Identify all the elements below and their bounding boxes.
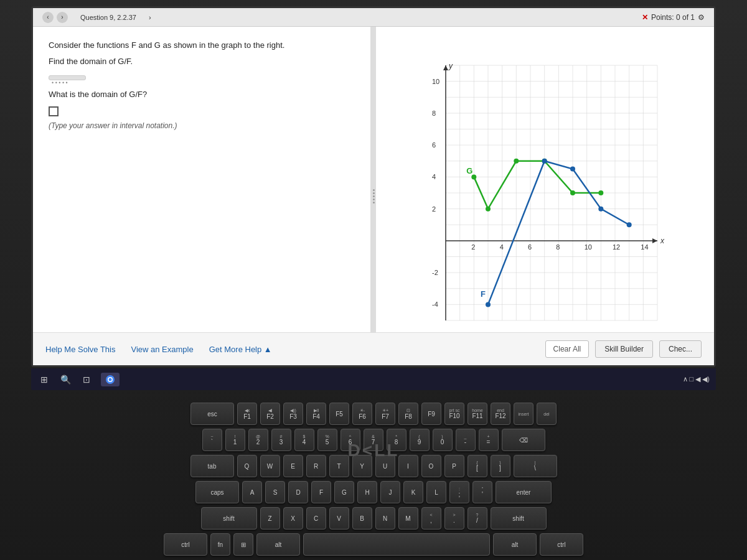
key-ctrl-l[interactable]: ctrl <box>164 533 207 556</box>
key-m[interactable]: M <box>398 507 418 530</box>
key-k[interactable]: K <box>403 481 423 503</box>
key-ctrl-r[interactable]: ctrl <box>540 533 583 556</box>
key-l[interactable]: L <box>426 481 446 503</box>
key-f[interactable]: F <box>311 481 331 503</box>
skill-builder-button[interactable]: Skill Builder <box>595 340 653 358</box>
key-caps[interactable]: caps <box>195 481 239 503</box>
key-tab[interactable]: tab <box>190 455 234 477</box>
key-g[interactable]: G <box>334 481 354 503</box>
answer-checkbox[interactable] <box>49 106 59 116</box>
clear-all-button[interactable]: Clear All <box>545 340 590 358</box>
points-label: Points: 0 of 1 <box>651 13 695 22</box>
main-content: Consider the functions F and G as shown … <box>33 27 714 365</box>
key-backspace[interactable]: ⌫ <box>502 429 545 451</box>
key-c[interactable]: C <box>306 507 326 530</box>
key-f9[interactable]: F9 <box>421 403 441 425</box>
key-0[interactable]: )0 <box>433 429 453 451</box>
laptop-shell: ‹ › Question 9, 2.2.37 › ✕ Points: 0 of … <box>0 0 747 560</box>
key-period[interactable]: >. <box>444 507 464 530</box>
key-i[interactable]: I <box>398 455 418 477</box>
key-win[interactable]: ⊞ <box>233 533 253 556</box>
key-f5[interactable]: F5 <box>329 403 349 425</box>
get-more-help-link[interactable]: Get More Help ▲ <box>209 345 272 354</box>
key-alt-r[interactable]: alt <box>493 533 537 556</box>
key-backslash[interactable]: |\ <box>514 455 557 477</box>
keyboard-area: esc ◀xF1 ◀IF2 ◀))F3 ▶IIF4 F5 ☀-F6 ☀+F7 ⊡… <box>31 403 716 556</box>
key-j[interactable]: J <box>380 481 400 503</box>
key-slash[interactable]: ?/ <box>467 507 487 530</box>
keyboard-row-fn: esc ◀xF1 ◀IF2 ◀))F3 ▶IIF4 F5 ☀-F6 ☀+F7 ⊡… <box>190 403 557 425</box>
windows-icon[interactable]: ⊞ <box>37 373 51 386</box>
keyboard-row-zxcv: shift Z X C V B N M <, >. ?/ shift <box>201 507 547 530</box>
back-arrow[interactable]: ‹ <box>42 12 54 23</box>
view-example-link[interactable]: View an Example <box>131 345 193 354</box>
chrome-icon[interactable] <box>101 373 120 386</box>
key-f11[interactable]: homeF11 <box>467 403 487 425</box>
key-o[interactable]: O <box>421 455 441 477</box>
key-w[interactable]: W <box>260 455 280 477</box>
key-f3[interactable]: ◀))F3 <box>283 403 303 425</box>
key-f10[interactable]: prt scF10 <box>444 403 464 425</box>
help-solve-link[interactable]: Help Me Solve This <box>45 345 115 354</box>
key-space[interactable] <box>303 533 490 556</box>
key-a[interactable]: A <box>242 481 262 503</box>
key-1[interactable]: !1 <box>225 429 245 451</box>
key-f4[interactable]: ▶IIF4 <box>306 403 326 425</box>
key-b[interactable]: B <box>352 507 372 530</box>
key-f8[interactable]: ⊡F8 <box>398 403 418 425</box>
action-right: Clear All Skill Builder Chec... <box>545 340 702 358</box>
key-f2[interactable]: ◀IF2 <box>260 403 280 425</box>
action-bar: Help Me Solve This View an Example Get M… <box>33 332 714 365</box>
key-q[interactable]: Q <box>237 455 257 477</box>
key-alt-l[interactable]: alt <box>256 533 300 556</box>
key-equals[interactable]: += <box>479 429 499 451</box>
key-semicolon[interactable]: :; <box>449 481 469 503</box>
key-4[interactable]: $4 <box>294 429 314 451</box>
key-minus[interactable]: _- <box>456 429 476 451</box>
key-esc[interactable]: esc <box>190 403 234 425</box>
key-p[interactable]: P <box>444 455 464 477</box>
forward-arrow[interactable]: › <box>57 12 68 23</box>
key-del[interactable]: del <box>537 403 557 425</box>
problem-line1: Consider the functions F and G as shown … <box>49 39 355 52</box>
key-rbracket[interactable]: }] <box>491 455 510 477</box>
ellipsis-bar: • • • • • <box>49 75 86 80</box>
key-f6[interactable]: ☀-F6 <box>352 403 372 425</box>
key-n[interactable]: N <box>375 507 395 530</box>
key-f7[interactable]: ☀+F7 <box>375 403 395 425</box>
key-quote[interactable]: "' <box>472 481 492 503</box>
key-h[interactable]: H <box>357 481 377 503</box>
problem-line3: What is the domain of G/F? <box>49 90 355 99</box>
key-backtick[interactable]: ~` <box>202 429 222 451</box>
key-shift-r[interactable]: shift <box>491 507 547 530</box>
graph-container <box>415 53 676 339</box>
panel-separator[interactable] <box>371 27 376 365</box>
key-f1[interactable]: ◀xF1 <box>237 403 257 425</box>
key-comma[interactable]: <, <box>421 507 441 530</box>
key-t[interactable]: T <box>329 455 349 477</box>
key-9[interactable]: (9 <box>410 429 430 451</box>
key-shift-l[interactable]: shift <box>201 507 257 530</box>
top-bar: ‹ › Question 9, 2.2.37 › ✕ Points: 0 of … <box>33 8 714 27</box>
key-f12[interactable]: endF12 <box>491 403 510 425</box>
key-z[interactable]: Z <box>260 507 280 530</box>
keyboard-row-bottom: ctrl fn ⊞ alt alt ctrl <box>164 533 583 556</box>
key-s[interactable]: S <box>265 481 285 503</box>
dell-logo: D<LL <box>348 441 400 460</box>
key-x[interactable]: X <box>283 507 303 530</box>
key-r[interactable]: R <box>306 455 326 477</box>
points-badge: ✕ Points: 0 of 1 ⚙ <box>642 13 705 22</box>
search-icon[interactable]: 🔍 <box>59 373 72 386</box>
key-2[interactable]: @2 <box>248 429 268 451</box>
key-insert[interactable]: insert <box>514 403 533 425</box>
task-view-icon[interactable]: ⊡ <box>80 373 93 386</box>
key-fn[interactable]: fn <box>210 533 230 556</box>
key-d[interactable]: D <box>288 481 308 503</box>
key-v[interactable]: V <box>329 507 349 530</box>
key-3[interactable]: #3 <box>271 429 291 451</box>
key-e[interactable]: E <box>283 455 303 477</box>
key-lbracket[interactable]: {[ <box>467 455 487 477</box>
key-5[interactable]: %5 <box>317 429 337 451</box>
check-button[interactable]: Chec... <box>659 340 702 358</box>
key-enter[interactable]: enter <box>496 481 552 503</box>
